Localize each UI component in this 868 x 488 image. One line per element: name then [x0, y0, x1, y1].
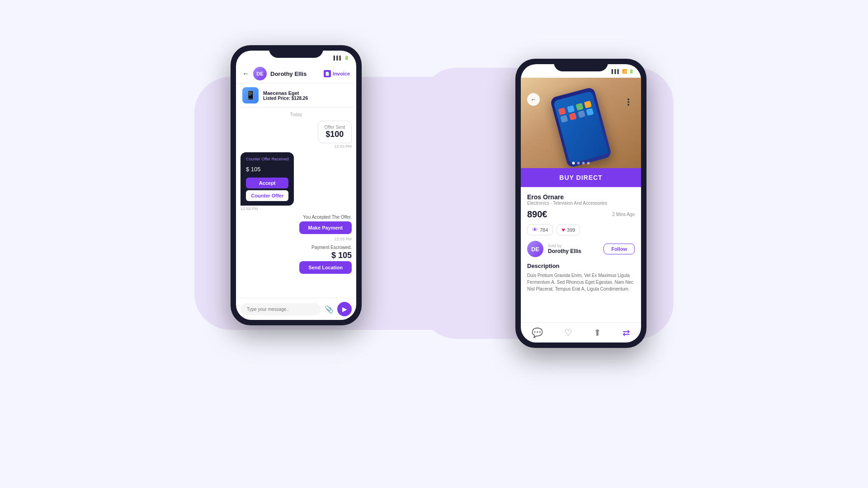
views-badge: 👁 784: [527, 224, 553, 235]
phone2-notch: [554, 59, 608, 71]
dot-menu-2: [627, 101, 629, 103]
product-seller-name: Eros Ornare: [527, 193, 635, 201]
send-location-button[interactable]: Send Location: [299, 261, 352, 274]
app-icon-6: [569, 113, 576, 120]
chat-phone: ▌▌▌ 🔋 ← DE Dorothy Ellis 📄 Invoice 📱 Mae…: [231, 45, 362, 325]
share-nav-icon[interactable]: ⬆: [594, 327, 601, 338]
app-icon-5: [560, 115, 568, 122]
app-icon-4: [584, 101, 592, 108]
likes-count: 399: [567, 227, 575, 233]
escrowed-section: Payment Escrowed. $ 105 Send Location: [299, 245, 352, 274]
chat-nav-icon[interactable]: 💬: [532, 327, 543, 338]
app-icon-3: [576, 103, 583, 111]
stats-row: 👁 784 ♥ 399: [527, 224, 635, 235]
dot-menu-3: [627, 104, 629, 106]
send-button[interactable]: ▶: [337, 302, 352, 316]
carousel-dot-2[interactable]: [577, 162, 580, 164]
description-title: Description: [527, 263, 635, 269]
product-info: Maecenas Eget Listed Price: $128.26: [263, 90, 350, 101]
attach-icon[interactable]: 📎: [325, 305, 334, 314]
product-time-ago: 2 Mins Ago: [613, 212, 635, 217]
likes-badge: ♥ 399: [557, 224, 580, 235]
seller-row: DE Sold by Dorothy Ellis Follow: [527, 241, 635, 257]
phone1-notch: [269, 45, 323, 58]
seller-info: Sold by Dorothy Ellis: [548, 244, 599, 254]
product-image-area: ←: [521, 78, 641, 168]
heart-icon: ♥: [561, 226, 565, 233]
offer-sent-label: Offer Sent: [325, 125, 345, 130]
counter-offer-label: Counter Offer Received: [246, 157, 288, 161]
counter-offer-section: Counter Offer Received $ 105 Accept Coun…: [241, 152, 294, 211]
product-listed-price: Listed Price: $128.26: [263, 96, 350, 101]
carousel-dot-3[interactable]: [582, 162, 585, 164]
product-thumbnail: 📱: [242, 87, 259, 103]
carousel-dot-1[interactable]: [572, 162, 575, 164]
buy-direct-label: BUY DIRECT: [559, 174, 602, 181]
battery-icon-2: 🔋: [629, 69, 634, 74]
wifi-icon: 📶: [622, 69, 627, 74]
product-phone: ▌▌▌ 📶 🔋: [515, 59, 646, 348]
chat-date: Today: [241, 112, 352, 117]
phone2-screen: ▌▌▌ 📶 🔋: [521, 64, 641, 343]
escrowed-amount: $ 105: [331, 251, 352, 260]
chat-input-bar: 📎 ▶: [236, 298, 356, 320]
app-icon-8: [586, 108, 594, 116]
offer-sent-amount: $100: [325, 130, 345, 139]
carousel-dots: [572, 162, 590, 164]
phone1-screen: ▌▌▌ 🔋 ← DE Dorothy Ellis 📄 Invoice 📱 Mae…: [236, 51, 356, 320]
buy-direct-bar[interactable]: BUY DIRECT: [521, 168, 641, 187]
battery-icon: 🔋: [344, 56, 349, 60]
offer-sent-bubble: Offer Sent $100: [318, 121, 352, 143]
compare-nav-icon[interactable]: ⇄: [623, 327, 630, 338]
description-text: Duis Pretium Gravida Enim, Vel Ex Maximu…: [527, 272, 635, 292]
signal-icon-2: ▌▌▌: [612, 69, 620, 74]
message-input[interactable]: [241, 303, 321, 315]
accepted-text: You Accepted The Offer.: [303, 215, 352, 220]
product-price: 890€: [527, 209, 547, 220]
counter-offer-bubble: Counter Offer Received $ 105 Accept Coun…: [241, 152, 294, 206]
product-menu-button[interactable]: [622, 93, 635, 106]
counter-offer-time: 12:58 PM: [241, 206, 258, 211]
counter-offer-button[interactable]: Counter Offer: [246, 190, 288, 201]
price-row: 890€ 2 Mins Ago: [527, 209, 635, 220]
chat-header: ← DE Dorothy Ellis 📄 Invoice: [236, 64, 356, 84]
back-button[interactable]: ←: [242, 70, 250, 78]
product-back-button[interactable]: ←: [527, 93, 540, 106]
app-grid: [553, 91, 599, 126]
app-icon-1: [558, 108, 566, 115]
offer-sent-section: Offer Sent $100 12:53 PM: [318, 121, 352, 149]
product-category: Electronics · Television And Accessories: [527, 201, 635, 206]
carousel-dot-4[interactable]: [587, 162, 590, 164]
accepted-section: You Accepted The Offer. Make Payment 12:…: [299, 215, 352, 241]
product-name: Maecenas Eget: [263, 90, 350, 96]
offer-sent-time: 12:53 PM: [334, 144, 352, 149]
invoice-button[interactable]: 📄 Invoice: [324, 70, 350, 77]
app-icon-7: [577, 110, 585, 118]
bottom-navigation: 💬 ♡ ⬆ ⇄: [521, 322, 641, 343]
make-payment-button[interactable]: Make Payment: [299, 221, 352, 234]
dot-menu-1: [627, 99, 629, 100]
follow-button[interactable]: Follow: [604, 244, 635, 254]
seller-avatar: DE: [527, 241, 543, 257]
app-icon-2: [567, 105, 575, 113]
chat-body: Today Offer Sent $100 12:53 PM Counter O…: [236, 108, 356, 298]
product-bar: 📱 Maecenas Eget Listed Price: $128.26: [236, 84, 356, 108]
invoice-icon: 📄: [324, 70, 331, 77]
views-count: 784: [540, 227, 548, 233]
chat-username: Dorothy Ellis: [270, 70, 320, 77]
product-details: Eros Ornare Electronics · Television And…: [521, 187, 641, 322]
wishlist-nav-icon[interactable]: ♡: [564, 327, 572, 338]
sold-by-label: Sold by: [548, 244, 599, 248]
counter-offer-amount: $ 105: [246, 162, 288, 174]
signal-icon: ▌▌▌: [334, 56, 342, 60]
accept-button[interactable]: Accept: [246, 178, 288, 188]
make-payment-time: 12:53 PM: [334, 237, 352, 241]
eye-icon: 👁: [532, 226, 538, 233]
user-avatar: DE: [253, 67, 267, 80]
seller-name: Dorothy Ellis: [548, 248, 599, 254]
escrowed-label: Payment Escrowed.: [311, 245, 352, 250]
